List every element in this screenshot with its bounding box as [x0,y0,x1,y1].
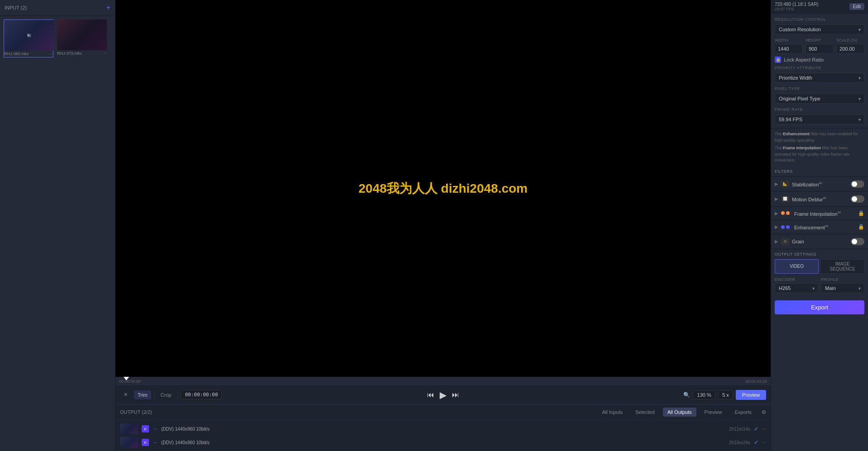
output-settings-header: OUTPUT SETTINGS [771,249,868,259]
resolution-control-section: RESOLUTION CONTROL Custom Resolution WID… [771,14,868,128]
enhance-dot [781,225,785,229]
playhead[interactable] [124,377,129,380]
output-badge-2: E [142,439,149,446]
grain-icon: ⊙ [781,238,789,245]
output-thumb-1 [120,423,138,434]
output-more-1[interactable]: ··· [762,426,766,432]
skip-forward-button[interactable]: ⏭ [452,391,459,399]
scale-field: SCALE (%) [836,38,864,54]
lock-label: Lock Aspect Ratio [784,57,824,62]
center-playback: ⏮ ▶ ⏭ [427,389,459,400]
current-time-display[interactable]: 00:00:00:00 [181,390,222,399]
motion-deblur-toggle[interactable] [851,195,864,203]
video-preview: 2048我为人人 dizhi2048.com [115,0,771,377]
frame-rate-select[interactable]: 59.94 FPS [775,114,864,124]
output-panel: OUTPUT (2/2) All Inputs Selected All Out… [115,404,771,451]
profile-select[interactable]: Main [821,283,864,293]
thumb-label-2: RHJ-373.mkv ··· [57,50,107,57]
left-controls: ✕ Trim Crop 00:00:00:00 [120,390,222,399]
filter-expand-enhance[interactable]: ▶ [775,224,778,229]
right-controls: 🔍 130 % 5 x Preview [683,390,766,400]
height-input[interactable] [806,44,834,54]
preview-button[interactable]: Preview [736,390,766,400]
tab-preview[interactable]: Preview [700,408,727,417]
width-input[interactable] [775,44,803,54]
thumb-more-1[interactable]: ··· [49,52,53,56]
output-row-2: E → (DDV) 1440x960 10bit/s 2h16m24s ✓ ··… [115,436,771,449]
fps-label: 29.97 FPS [775,7,819,11]
thumb-label-1: RHJ-380.mkv ··· [4,51,53,57]
divider [154,390,154,399]
filter-name-deblur: Motion DeblurAI [792,196,848,202]
output-size-2: 2h16m24s [729,440,750,445]
input-header: INPUT (2) + [0,0,115,16]
filter-expand-grain[interactable]: ▶ [775,239,778,244]
add-input-button[interactable]: + [106,4,110,12]
tab-selected[interactable]: Selected [631,408,659,417]
interp-dots [781,211,790,215]
input-thumb-1[interactable]: 制 RHJ-380.mkv ··· [4,19,53,57]
frame-interp-lock-icon: 🔒 [858,210,864,216]
output-settings-icon[interactable]: ⚙ [762,409,766,415]
filter-expand-deblur[interactable]: ▶ [775,196,778,201]
filter-expand-interp[interactable]: ▶ [775,211,778,216]
interp-dot2 [786,211,790,215]
timeline-controls: ✕ Trim Crop 00:00:00:00 ⏮ ▶ ⏭ 🔍 130 % 5 … [115,386,771,404]
output-thumb-inner-1 [120,423,138,434]
priority-label: PRIORITY ATTRIBUTE [775,66,864,70]
speed-display[interactable]: 5 x [718,390,733,399]
edit-button[interactable]: Edit [849,3,864,10]
frame-rate-label: FRAME RATE [775,107,864,112]
tab-all-inputs[interactable]: All Inputs [598,408,627,417]
right-panel: 720:480 (1.18:1 SAR) 29.97 FPS Edit RESO… [771,0,868,451]
scale-input[interactable] [836,44,864,54]
output-size-1: 2h11m14s [729,427,750,432]
play-button[interactable]: ▶ [440,389,446,400]
output-row-1: E → (DDV) 1440x960 10bit/s 2h11m14s ✓ ··… [115,422,771,436]
close-button[interactable]: ✕ [120,390,131,399]
filter-expand-stab[interactable]: ▶ [775,181,778,186]
output-type-row: VIDEO IMAGE SEQUENCE [771,259,868,277]
filter-name-enhance: EnhancementAI [794,224,855,230]
filter-name-grain: Grain [792,239,848,244]
encoder-row: ENCODER H265 PROFILE Main [771,277,868,293]
encoder-select-wrapper: H265 [775,283,818,293]
input-thumb-2[interactable]: RHJ-373.mkv ··· [57,19,107,57]
output-arrow-2: → [153,440,158,445]
encoder-select[interactable]: H265 [775,283,818,293]
filter-enhancement: ▶ EnhancementAI 🔒 [771,220,868,234]
output-info-1: (DDV) 1440x960 10bit/s [161,427,725,432]
crop-button[interactable]: Crop [157,390,175,399]
export-button[interactable]: Export [775,300,864,314]
priority-select-wrapper: Prioritize Width [775,73,864,83]
timeline-ruler-inner: 00:00:00:00 02:01:02:20 [119,377,767,385]
skip-back-button[interactable]: ⏮ [427,391,434,399]
encoder-wrap: ENCODER H265 [775,277,818,293]
stabilization-toggle[interactable] [851,180,864,188]
lock-checkbox[interactable]: 🔒 [775,57,781,63]
right-top-bar: 720:480 (1.18:1 SAR) 29.97 FPS Edit [771,0,868,14]
zoom-display[interactable]: 130 % [693,390,715,399]
enhance-dots [781,225,790,229]
resolution-select[interactable]: Custom Resolution [775,24,864,34]
input-thumbnails: 制 RHJ-380.mkv ··· RHJ-373.mkv ··· [0,16,115,61]
priority-select[interactable]: Prioritize Width [775,73,864,83]
trim-button[interactable]: Trim [134,390,151,399]
lock-icon: 🔒 [776,57,781,62]
thumb-more-2[interactable]: ··· [103,51,107,56]
output-more-2[interactable]: ··· [762,440,766,445]
thumb-preview-1: 制 [4,20,54,51]
output-check-1[interactable]: ✓ [754,426,758,432]
video-type-btn[interactable]: VIDEO [775,259,819,274]
timeline-ruler: 00:00:00:00 02:01:02:20 [115,377,771,386]
motion-deblur-icon: ⬜ [781,196,789,202]
wh-row: WIDTH HEIGHT SCALE (%) [775,38,864,54]
filters-header: FILTERS [771,166,868,177]
tab-all-outputs[interactable]: All Outputs [663,408,696,417]
output-check-2[interactable]: ✓ [754,439,758,446]
pixel-select[interactable]: Original Pixel Type [775,94,864,104]
tab-exports[interactable]: Exports [730,408,756,417]
output-title: OUTPUT (2/2) [120,409,152,415]
grain-toggle[interactable] [851,238,864,245]
image-seq-btn[interactable]: IMAGE SEQUENCE [820,259,864,274]
